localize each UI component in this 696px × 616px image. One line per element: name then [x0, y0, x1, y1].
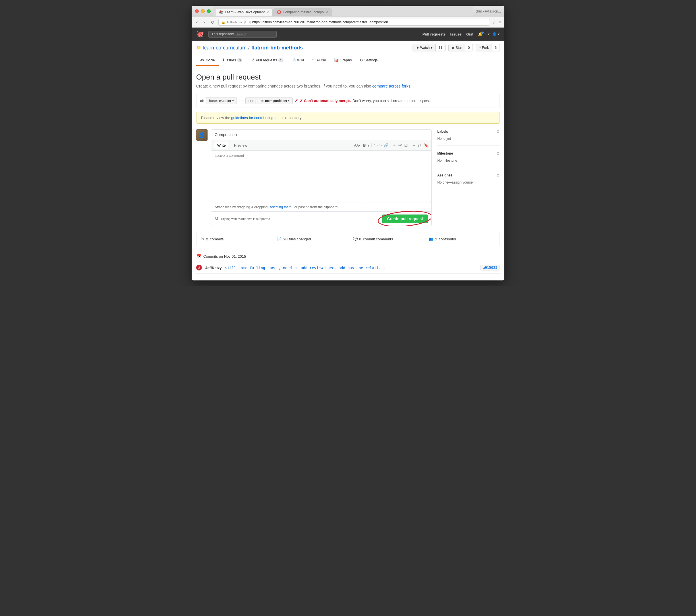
write-tab[interactable]: Write [214, 142, 229, 149]
compare-branch-select[interactable]: compare: composition ▾ [246, 97, 292, 104]
nav-pull-requests[interactable]: Pull requests [423, 32, 446, 36]
repo-path: 📁 learn-co-curriculum / flatiron-bnb-met… [196, 45, 303, 51]
tab-pulse[interactable]: 〰 Pulse [308, 55, 330, 66]
arrow-tool[interactable]: ↩ [413, 143, 416, 147]
bookmark-button[interactable]: ☆ [492, 20, 496, 25]
page-title: Open a pull request [196, 73, 500, 82]
repo-org[interactable]: learn-co-curriculum [203, 45, 247, 51]
watch-group: 👁 Watch ▾ 11 [413, 44, 445, 51]
labels-section: Labels ⚙ None yet [437, 129, 500, 145]
code-tool[interactable]: <> [377, 143, 382, 147]
milestone-title: Milestone [437, 151, 453, 156]
milestone-header: Milestone ⚙ [437, 151, 500, 156]
files-stat[interactable]: 📄 28 files changed [272, 233, 348, 245]
github-page: 🐙 This repository Pull requests Issues G… [192, 28, 504, 280]
mention-tool[interactable]: @ [418, 143, 422, 147]
notification-button[interactable]: 🔔 [478, 32, 483, 36]
star-button[interactable]: ★ Star [448, 44, 465, 51]
commits-stat[interactable]: ↻ 2 commits [196, 233, 272, 245]
base-value: master [219, 99, 232, 103]
tab-settings[interactable]: ⚙ Settings [356, 55, 382, 66]
compare-dots: ··· [239, 98, 243, 103]
pr-form-area: 👤 Write Preview AA▾ B i " [196, 129, 500, 226]
search-repo-label: This repository [211, 32, 234, 36]
fork-count[interactable]: 6 [492, 44, 500, 51]
markdown-icon: M↓ [215, 216, 220, 221]
nav-gist[interactable]: Gist [466, 32, 473, 36]
heading-tool[interactable]: AA▾ [354, 143, 361, 147]
learn-tab-icon: 📚 [219, 10, 223, 14]
repo-name[interactable]: flatiron-bnb-methods [251, 45, 303, 51]
nav-issues[interactable]: Issues [450, 32, 461, 36]
commits-label: commits [210, 237, 223, 241]
tab-wiki[interactable]: 📄 Wiki [287, 55, 308, 66]
commit-author[interactable]: JeffKatzy [205, 266, 222, 270]
github-logo[interactable]: 🐙 [196, 30, 204, 38]
user-avatar: 👤 [196, 129, 208, 141]
comments-stat[interactable]: 💬 0 commit comments [348, 233, 424, 245]
quote-tool[interactable]: " [374, 143, 375, 147]
tab-compare-close-icon[interactable]: ✕ [326, 11, 328, 14]
star-count[interactable]: 0 [465, 44, 473, 51]
create-pr-button[interactable]: Create pull request [382, 214, 428, 223]
close-button[interactable] [195, 10, 199, 13]
address-input[interactable]: 🔒 GitHub, Inc. [US] https://github.com/l… [218, 19, 490, 26]
minimize-button[interactable] [201, 10, 205, 13]
guidelines-link[interactable]: guidelines for contributing [231, 116, 273, 120]
editor-toolbar: AA▾ B i " <> 🔗 ≡ ≡# ☑ [354, 143, 428, 147]
italic-tool[interactable]: i [368, 143, 369, 147]
menu-button[interactable]: ≡ [499, 19, 502, 25]
bookmark-tool[interactable]: 🔖 [424, 143, 428, 147]
tab-issues[interactable]: ℹ Issues 0 [219, 55, 247, 66]
write-preview-bar: Write Preview AA▾ B i " <> 🔗 [211, 140, 431, 150]
task-tool[interactable]: ☑ [404, 143, 408, 147]
browser-tabs: 📚 Learn - Web Development ✕ ⭕ Comparing … [213, 6, 473, 16]
tab-code[interactable]: <> Code [196, 55, 219, 66]
pr-title-input[interactable] [211, 130, 431, 140]
bold-tool[interactable]: B [363, 143, 366, 147]
compare-chevron-icon: ▾ [288, 99, 289, 102]
tab-learn[interactable]: 📚 Learn - Web Development ✕ [215, 8, 273, 16]
commit-message[interactable]: still some failing specs, need to add re… [225, 266, 477, 270]
commits-count: 2 [206, 237, 208, 241]
github-header: 🐙 This repository Pull requests Issues G… [192, 28, 504, 40]
ol-tool[interactable]: ≡# [398, 143, 402, 147]
assignee-gear-icon[interactable]: ⚙ [496, 173, 500, 178]
pr-comment-textarea[interactable] [211, 150, 431, 202]
labels-value: None yet [437, 137, 451, 141]
ul-tool[interactable]: ≡ [393, 143, 395, 147]
refresh-button[interactable]: ↻ [209, 19, 216, 26]
base-branch-select[interactable]: base: master ▾ [206, 97, 237, 104]
stats-bar: ↻ 2 commits 📄 28 files changed 💬 0 commi… [196, 233, 500, 245]
fork-button[interactable]: ⑂ Fork [476, 44, 492, 51]
plus-button[interactable]: + ▾ [485, 32, 490, 36]
watch-count[interactable]: 11 [436, 44, 445, 51]
commit-author-initial: J [199, 266, 200, 269]
merge-error-msg: ✗ Can't automatically merge. [300, 99, 351, 103]
mac-titlebar: 📚 Learn - Web Development ✕ ⭕ Comparing … [192, 6, 504, 17]
tab-close-icon[interactable]: ✕ [266, 11, 269, 14]
tab-pull-requests[interactable]: ⎇ Pull requests 1 [246, 55, 287, 66]
assignee-title: Assignee [437, 173, 452, 177]
selecting-them-link[interactable]: selecting them [270, 205, 291, 209]
guidelines-banner: Please review the guidelines for contrib… [196, 112, 500, 124]
tab-compare[interactable]: ⭕ Comparing master...compo ✕ [273, 8, 332, 16]
search-input[interactable] [236, 32, 270, 36]
address-bar: ‹ › ↻ 🔒 GitHub, Inc. [US] https://github… [192, 17, 504, 28]
merge-error: ✗ ✗ Can't automatically merge. Don't wor… [295, 99, 431, 103]
maximize-button[interactable] [207, 10, 211, 13]
contributors-count: 1 [435, 237, 437, 241]
labels-gear-icon[interactable]: ⚙ [496, 129, 500, 134]
avatar-button[interactable]: 👤 ▾ [492, 32, 500, 36]
code-icon: <> [200, 58, 204, 62]
back-button[interactable]: ‹ [194, 19, 199, 25]
watch-button[interactable]: 👁 Watch ▾ [413, 44, 436, 51]
forward-button[interactable]: › [202, 19, 206, 25]
commit-hash[interactable]: a915023 [480, 265, 500, 271]
milestone-gear-icon[interactable]: ⚙ [496, 151, 500, 156]
link-tool[interactable]: 🔗 [384, 143, 389, 147]
preview-tab[interactable]: Preview [231, 142, 250, 149]
compare-forks-link[interactable]: compare across forks. [372, 84, 411, 88]
contributors-stat[interactable]: 👥 1 contributor [424, 233, 500, 245]
tab-graphs[interactable]: 📊 Graphs [330, 55, 356, 66]
